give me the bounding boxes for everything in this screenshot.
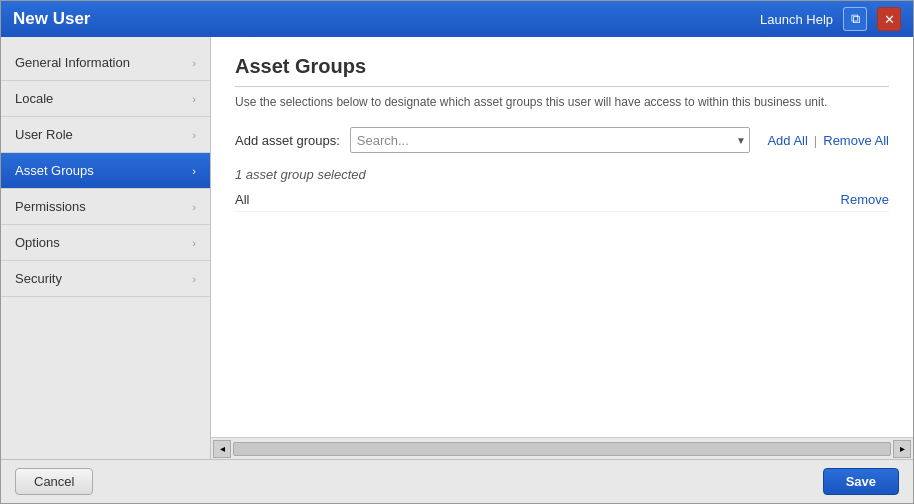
chevron-right-icon: › bbox=[192, 237, 196, 249]
sidebar-item-label: Options bbox=[15, 235, 60, 250]
sidebar-item-label: Asset Groups bbox=[15, 163, 94, 178]
add-asset-label: Add asset groups: bbox=[235, 133, 340, 148]
dialog-footer: Cancel Save bbox=[1, 459, 913, 503]
cancel-button[interactable]: Cancel bbox=[15, 468, 93, 495]
sidebar-item-security[interactable]: Security › bbox=[1, 261, 210, 297]
sidebar-item-label: User Role bbox=[15, 127, 73, 142]
main-content: Asset Groups Use the selections below to… bbox=[211, 37, 913, 459]
add-asset-row: Add asset groups: Search... ▼ Add All | … bbox=[235, 127, 889, 153]
selected-count: 1 asset group selected bbox=[235, 167, 889, 182]
remove-link[interactable]: Remove bbox=[841, 192, 889, 207]
popup-icon: ⧉ bbox=[851, 11, 860, 27]
scroll-right-arrow[interactable]: ▸ bbox=[893, 440, 911, 458]
dialog-title: New User bbox=[13, 9, 90, 29]
new-user-dialog: New User Launch Help ⧉ ✕ General Informa… bbox=[0, 0, 914, 504]
sidebar-item-options[interactable]: Options › bbox=[1, 225, 210, 261]
chevron-right-icon: › bbox=[192, 129, 196, 141]
sidebar-item-label: Security bbox=[15, 271, 62, 286]
sidebar-item-label: Locale bbox=[15, 91, 53, 106]
dialog-header: New User Launch Help ⧉ ✕ bbox=[1, 1, 913, 37]
asset-item-name: All bbox=[235, 192, 249, 207]
add-all-button[interactable]: Add All bbox=[767, 133, 807, 148]
content-title: Asset Groups bbox=[235, 55, 889, 87]
search-select-wrapper: Search... ▼ bbox=[350, 127, 750, 153]
chevron-right-icon: › bbox=[192, 93, 196, 105]
sidebar-item-general-information[interactable]: General Information › bbox=[1, 45, 210, 81]
popup-icon-button[interactable]: ⧉ bbox=[843, 7, 867, 31]
sidebar-item-asset-groups[interactable]: Asset Groups › bbox=[1, 153, 210, 189]
scroll-track[interactable] bbox=[233, 442, 891, 456]
launch-help-link[interactable]: Launch Help bbox=[760, 12, 833, 27]
sidebar: General Information › Locale › User Role… bbox=[1, 37, 211, 459]
search-select[interactable]: Search... bbox=[350, 127, 750, 153]
sidebar-item-user-role[interactable]: User Role › bbox=[1, 117, 210, 153]
chevron-right-icon: › bbox=[192, 165, 196, 177]
scroll-left-arrow[interactable]: ◂ bbox=[213, 440, 231, 458]
close-icon: ✕ bbox=[884, 12, 895, 27]
horizontal-scrollbar[interactable]: ◂ ▸ bbox=[211, 437, 913, 459]
chevron-right-icon: › bbox=[192, 57, 196, 69]
separator: | bbox=[814, 133, 817, 148]
chevron-right-icon: › bbox=[192, 201, 196, 213]
save-button[interactable]: Save bbox=[823, 468, 899, 495]
header-actions: Launch Help ⧉ ✕ bbox=[760, 7, 901, 31]
sidebar-item-label: General Information bbox=[15, 55, 130, 70]
asset-items-list: All Remove bbox=[235, 188, 889, 212]
sidebar-item-label: Permissions bbox=[15, 199, 86, 214]
dialog-body: General Information › Locale › User Role… bbox=[1, 37, 913, 459]
sidebar-item-permissions[interactable]: Permissions › bbox=[1, 189, 210, 225]
close-button[interactable]: ✕ bbox=[877, 7, 901, 31]
asset-item-row: All Remove bbox=[235, 188, 889, 212]
chevron-right-icon: › bbox=[192, 273, 196, 285]
content-description: Use the selections below to designate wh… bbox=[235, 95, 889, 109]
sidebar-item-locale[interactable]: Locale › bbox=[1, 81, 210, 117]
add-remove-group: Add All | Remove All bbox=[767, 133, 889, 148]
content-area: Asset Groups Use the selections below to… bbox=[211, 37, 913, 437]
remove-all-button[interactable]: Remove All bbox=[823, 133, 889, 148]
